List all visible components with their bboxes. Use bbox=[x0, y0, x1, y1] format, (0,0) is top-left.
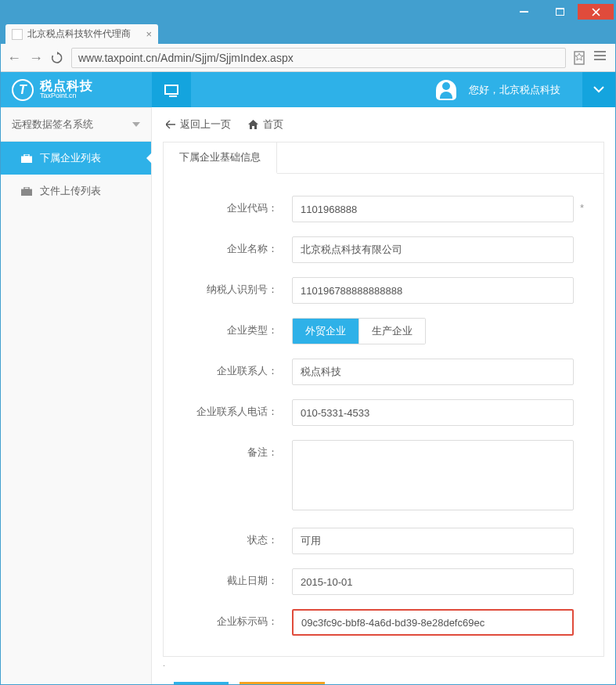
panel-wrap: 下属企业基础信息 企业代码： * 企业名称： bbox=[152, 142, 615, 684]
input-taxid[interactable] bbox=[292, 277, 574, 304]
window-close-button[interactable] bbox=[578, 4, 614, 20]
sidebar-group-label: 远程数据签名系统 bbox=[12, 117, 93, 132]
chevron-down-icon bbox=[132, 122, 140, 127]
main: 返回上一页 首页 下属企业基础信息 bbox=[152, 107, 615, 684]
briefcase-icon bbox=[21, 187, 32, 196]
window-titlebar bbox=[1, 1, 615, 23]
label-idcode: 企业标示码： bbox=[182, 609, 292, 634]
menu-icon[interactable] bbox=[594, 51, 606, 65]
breadcrumb-home-label: 首页 bbox=[263, 117, 283, 132]
window-maximize-button[interactable] bbox=[542, 4, 578, 20]
svg-rect-2 bbox=[556, 8, 564, 9]
input-phone[interactable] bbox=[292, 399, 574, 426]
svg-rect-7 bbox=[21, 156, 32, 163]
input-code[interactable] bbox=[292, 196, 574, 222]
label-code: 企业代码： bbox=[182, 196, 292, 221]
user-menu-toggle[interactable] bbox=[582, 72, 615, 107]
label-phone: 企业联系人电话： bbox=[182, 399, 292, 424]
sidebar-item-uploads[interactable]: 文件上传列表 bbox=[1, 175, 151, 207]
input-deadline[interactable] bbox=[292, 568, 574, 595]
tab-title: 北京税点科技软件代理商 bbox=[27, 27, 131, 41]
type-option-production[interactable]: 生产企业 bbox=[358, 319, 425, 344]
svg-rect-4 bbox=[594, 51, 606, 52]
input-contact[interactable] bbox=[292, 359, 574, 385]
input-status[interactable] bbox=[292, 528, 574, 554]
input-remark[interactable] bbox=[292, 440, 574, 510]
footer-dot: . bbox=[163, 657, 604, 668]
sidebar-item-label: 文件上传列表 bbox=[40, 184, 101, 198]
save-button[interactable]: 保存 bbox=[174, 682, 229, 684]
tab-label: 下属企业基础信息 bbox=[179, 150, 261, 164]
browser-toolbar: ← → www.taxpoint.cn/Admin/Sjjm/SjjmIndex… bbox=[1, 44, 615, 72]
svg-rect-5 bbox=[594, 55, 606, 56]
breadcrumb-home[interactable]: 首页 bbox=[248, 117, 283, 132]
logo-text-sub: TaxPoint.cn bbox=[40, 92, 93, 100]
label-remark: 备注： bbox=[182, 440, 292, 465]
breadcrumb-back-label: 返回上一页 bbox=[180, 117, 231, 132]
svg-rect-6 bbox=[594, 59, 606, 60]
back-button[interactable]: 返回上一页 bbox=[240, 682, 325, 684]
logo[interactable]: T 税点科技 TaxPoint.cn bbox=[1, 72, 152, 107]
user-avatar-icon bbox=[436, 80, 456, 100]
briefcase-icon bbox=[21, 154, 32, 163]
label-taxid: 纳税人识别号： bbox=[182, 277, 292, 302]
app-root: T 税点科技 TaxPoint.cn 您好，北京税点科技 远程数据签名 bbox=[1, 72, 615, 684]
nav-back-button[interactable]: ← bbox=[7, 51, 21, 65]
chevron-down-icon bbox=[593, 86, 604, 93]
browser-tab-strip: 北京税点科技软件代理商 × bbox=[1, 23, 615, 44]
browser-tab[interactable]: 北京税点科技软件代理商 × bbox=[5, 24, 158, 44]
type-option-trade[interactable]: 外贸企业 bbox=[293, 319, 358, 344]
row-deadline: 截止日期： bbox=[182, 568, 585, 595]
header-dashboard-button[interactable] bbox=[152, 72, 191, 107]
breadcrumb-back[interactable]: 返回上一页 bbox=[166, 117, 231, 132]
row-phone: 企业联系人电话： bbox=[182, 399, 585, 426]
label-type: 企业类型： bbox=[182, 318, 292, 343]
label-contact: 企业联系人： bbox=[182, 359, 292, 384]
label-deadline: 截止日期： bbox=[182, 568, 292, 593]
back-arrow-icon bbox=[166, 121, 175, 129]
close-icon bbox=[592, 8, 600, 16]
sidebar-item-label: 下属企业列表 bbox=[40, 151, 101, 165]
svg-rect-9 bbox=[21, 189, 32, 196]
address-url: www.taxpoint.cn/Admin/Sjjm/SjjmIndex.asp… bbox=[78, 52, 294, 64]
nav-reload-button[interactable] bbox=[51, 52, 63, 64]
window-minimize-button[interactable] bbox=[506, 4, 542, 20]
home-icon bbox=[248, 120, 258, 129]
reload-icon bbox=[51, 52, 63, 64]
input-name[interactable] bbox=[292, 236, 574, 263]
maximize-icon bbox=[556, 8, 564, 16]
sidebar-group[interactable]: 远程数据签名系统 bbox=[1, 107, 151, 142]
tab-close-button[interactable]: × bbox=[146, 28, 152, 40]
label-name: 企业名称： bbox=[182, 236, 292, 261]
row-status: 状态： bbox=[182, 528, 585, 554]
sidebar-item-enterprises[interactable]: 下属企业列表 bbox=[1, 142, 151, 175]
sidebar: 远程数据签名系统 下属企业列表 文件上传列表 bbox=[1, 107, 152, 684]
row-idcode: 企业标示码： bbox=[182, 609, 585, 636]
header-right: 您好，北京税点科技 bbox=[436, 72, 615, 107]
logo-mark-icon: T bbox=[12, 79, 34, 101]
svg-rect-10 bbox=[24, 187, 29, 189]
bookmark-icon[interactable] bbox=[574, 51, 585, 65]
form: 企业代码： * 企业名称： 纳税人识别号： bbox=[164, 174, 603, 656]
label-status: 状态： bbox=[182, 528, 292, 553]
input-idcode[interactable] bbox=[292, 609, 574, 636]
greeting-text: 您好，北京税点科技 bbox=[469, 83, 560, 97]
svg-rect-0 bbox=[520, 11, 528, 13]
browser-window: 北京税点科技软件代理商 × ← → www.taxpoint.cn/Admin/… bbox=[0, 0, 616, 685]
address-bar[interactable]: www.taxpoint.cn/Admin/Sjjm/SjjmIndex.asp… bbox=[71, 48, 566, 68]
nav-forward-button[interactable]: → bbox=[29, 51, 43, 65]
panel-tabs: 下属企业基础信息 bbox=[164, 142, 603, 174]
row-code: 企业代码： * bbox=[182, 196, 585, 222]
app-body: 远程数据签名系统 下属企业列表 文件上传列表 返回上一页 bbox=[1, 107, 615, 684]
app-header: T 税点科技 TaxPoint.cn 您好，北京税点科技 bbox=[1, 72, 615, 107]
minimize-icon bbox=[520, 11, 528, 13]
svg-rect-8 bbox=[24, 154, 29, 157]
row-name: 企业名称： bbox=[182, 236, 585, 263]
tab-basic-info[interactable]: 下属企业基础信息 bbox=[164, 142, 277, 174]
favicon-icon bbox=[12, 29, 23, 40]
required-mark: * bbox=[574, 196, 584, 221]
panel: 下属企业基础信息 企业代码： * 企业名称： bbox=[163, 142, 604, 657]
logo-text-main: 税点科技 bbox=[40, 79, 93, 93]
row-type: 企业类型： 外贸企业 生产企业 bbox=[182, 318, 585, 344]
row-contact: 企业联系人： bbox=[182, 359, 585, 385]
